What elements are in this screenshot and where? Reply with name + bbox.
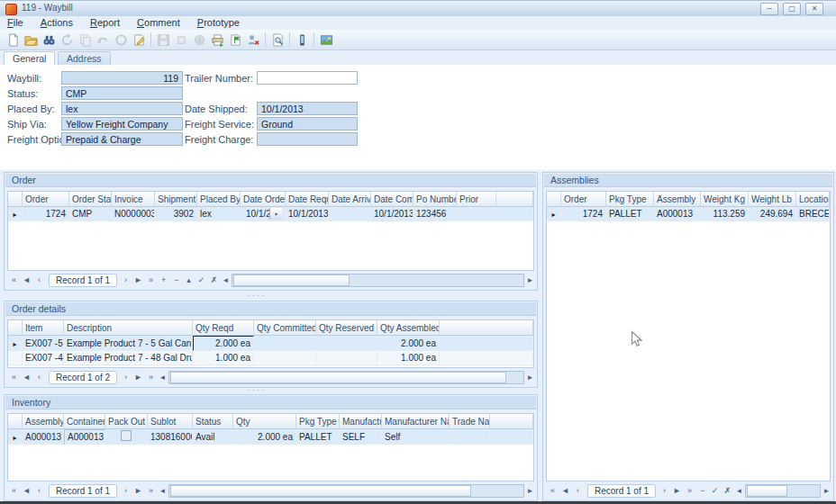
cell-priority[interactable] xyxy=(457,207,496,221)
cell-qty-reqd[interactable]: 2.000 ea xyxy=(193,336,254,351)
column-header[interactable]: Location xyxy=(796,192,830,207)
scroll-left-icon[interactable]: ◄ xyxy=(158,372,168,383)
cell-pkg-type[interactable]: PALLET xyxy=(606,207,654,221)
nav-next-button[interactable]: › xyxy=(120,485,132,497)
new-document-icon[interactable] xyxy=(4,32,22,49)
scroll-right-icon[interactable]: ► xyxy=(525,274,535,286)
cell-qty-reserved[interactable] xyxy=(316,336,377,351)
waybill-field[interactable]: 119 xyxy=(61,71,183,85)
column-header[interactable]: Date Arrival xyxy=(329,192,371,207)
order-details-row[interactable]: EX007 -48GAL Example Product 7 - 48 Gal … xyxy=(8,351,533,365)
order-details-row[interactable]: ▸ EX007 -5GAL Example Product 7 - 5 Gal … xyxy=(8,336,533,351)
scroll-left-icon[interactable]: ◄ xyxy=(221,274,231,286)
nav-prev-button[interactable]: ‹ xyxy=(33,485,45,497)
nav-post-button[interactable]: ✓ xyxy=(195,274,207,286)
edit-note-icon[interactable] xyxy=(130,32,148,49)
nav-next-button[interactable]: › xyxy=(659,485,670,497)
cell-status[interactable]: Avail xyxy=(193,429,233,445)
nav-cancel-button[interactable]: ✗ xyxy=(208,274,220,286)
nav-last-button[interactable]: » xyxy=(684,485,695,497)
column-header[interactable]: Qty Reqd xyxy=(193,320,254,336)
nav-first-button[interactable]: « xyxy=(8,485,20,497)
nav-prev-button[interactable]: ‹ xyxy=(33,372,45,383)
cell-item[interactable]: EX007 -5GAL xyxy=(23,336,64,351)
scrollbar-thumb[interactable] xyxy=(233,274,350,286)
pack-out-checkbox[interactable] xyxy=(121,430,132,441)
stop-icon[interactable] xyxy=(112,32,130,49)
column-header[interactable]: Sublot xyxy=(148,414,193,429)
cell-order[interactable]: 1724 xyxy=(561,207,606,221)
column-header[interactable]: Item xyxy=(23,320,64,336)
cell-sublot[interactable]: 130816006 xyxy=(148,429,193,445)
cell-manufacturer-name[interactable]: Self xyxy=(382,429,450,445)
report-flag-icon[interactable] xyxy=(226,32,244,49)
assemblies-row[interactable]: ▸ 1724 PALLET A000013 113.259 249.694 BR… xyxy=(547,207,830,221)
nav-next-page-button[interactable]: ► xyxy=(671,485,683,497)
nav-prev-page-button[interactable]: ◄ xyxy=(559,485,571,497)
splitter-handle[interactable]: ···· xyxy=(248,385,266,394)
close-button[interactable]: ✕ xyxy=(805,3,823,15)
column-header[interactable]: Order Status xyxy=(69,192,112,207)
scrollbar-thumb[interactable] xyxy=(747,485,787,497)
cell-qty-assembled[interactable]: 1.000 ea xyxy=(377,351,440,365)
nav-last-button[interactable]: » xyxy=(145,485,157,497)
undo-icon[interactable] xyxy=(94,32,112,49)
open-folder-icon[interactable] xyxy=(22,32,40,49)
nav-first-button[interactable]: « xyxy=(547,485,559,497)
nav-prev-page-button[interactable]: ◄ xyxy=(21,372,32,383)
column-header[interactable]: Shipment ID xyxy=(155,192,197,207)
column-header[interactable]: Status xyxy=(193,414,233,429)
nav-cancel-button[interactable]: ✗ xyxy=(722,485,733,497)
nav-prev-button[interactable]: ‹ xyxy=(572,485,584,497)
column-header[interactable]: Placed By xyxy=(197,192,241,207)
horizontal-scrollbar[interactable] xyxy=(168,484,524,498)
nav-next-button[interactable]: › xyxy=(120,274,132,286)
print-preview-icon[interactable] xyxy=(268,32,286,49)
cell-trade-name[interactable] xyxy=(450,429,490,445)
freight-charge-field[interactable] xyxy=(257,132,358,146)
detach-icon[interactable] xyxy=(172,32,190,49)
nav-delete-button[interactable]: − xyxy=(696,485,708,497)
status-field[interactable]: CMP xyxy=(61,86,183,100)
column-header[interactable]: Manufacturer Name xyxy=(382,414,450,429)
scrollbar-thumb[interactable] xyxy=(170,372,506,383)
cell-description[interactable]: Example Product 7 - 5 Gal Can xyxy=(64,336,193,351)
menu-comment[interactable]: Comment xyxy=(130,16,187,28)
freight-service-field[interactable]: Ground xyxy=(257,117,358,130)
remove-user-icon[interactable] xyxy=(244,32,262,49)
column-header[interactable]: Order xyxy=(23,192,69,207)
nav-delete-button[interactable]: − xyxy=(170,274,182,286)
nav-next-page-button[interactable]: ► xyxy=(132,274,144,286)
column-header[interactable]: Qty xyxy=(233,414,296,429)
cell-placed-by[interactable]: lex xyxy=(197,207,241,221)
cell-qty-reqd[interactable]: 1.000 ea xyxy=(193,351,254,365)
menu-actions[interactable]: Actions xyxy=(33,16,80,28)
dropdown-icon[interactable]: ▾ xyxy=(269,208,282,220)
print-export-icon[interactable] xyxy=(208,32,226,49)
cell-pkg-type[interactable]: PALLET xyxy=(296,429,340,445)
globe-icon[interactable] xyxy=(190,32,208,49)
cell-item[interactable]: EX007 -48GAL xyxy=(23,351,64,365)
horizontal-scrollbar[interactable] xyxy=(232,274,524,287)
minimize-button[interactable]: ─ xyxy=(760,3,778,15)
find-icon[interactable] xyxy=(40,32,58,49)
cell-container[interactable]: A000013 xyxy=(64,429,105,445)
horizontal-scrollbar[interactable] xyxy=(745,484,821,498)
nav-last-button[interactable]: » xyxy=(145,372,157,383)
cell-order-status[interactable]: CMP xyxy=(69,207,112,221)
menu-file[interactable]: File xyxy=(0,16,31,28)
ship-via-field[interactable]: Yellow Freight Company xyxy=(61,117,183,130)
nav-next-page-button[interactable]: ► xyxy=(132,485,144,497)
cell-date-completed[interactable]: 10/1/2013 xyxy=(371,207,413,221)
column-header[interactable]: Prior xyxy=(457,192,496,207)
menu-prototype[interactable]: Prototype xyxy=(190,16,247,28)
column-header[interactable]: Pkg Type xyxy=(296,414,340,429)
scroll-right-icon[interactable]: ► xyxy=(525,372,535,383)
nav-append-button[interactable]: + xyxy=(158,274,169,286)
picture-icon[interactable] xyxy=(317,32,335,49)
horizontal-scrollbar[interactable] xyxy=(168,371,524,384)
column-header[interactable]: Po Number xyxy=(413,192,457,207)
scrollbar-thumb[interactable] xyxy=(170,485,471,497)
column-header[interactable]: Pkg Type xyxy=(606,192,654,207)
cell-qty-assembled[interactable]: 2.000 ea xyxy=(377,336,440,351)
